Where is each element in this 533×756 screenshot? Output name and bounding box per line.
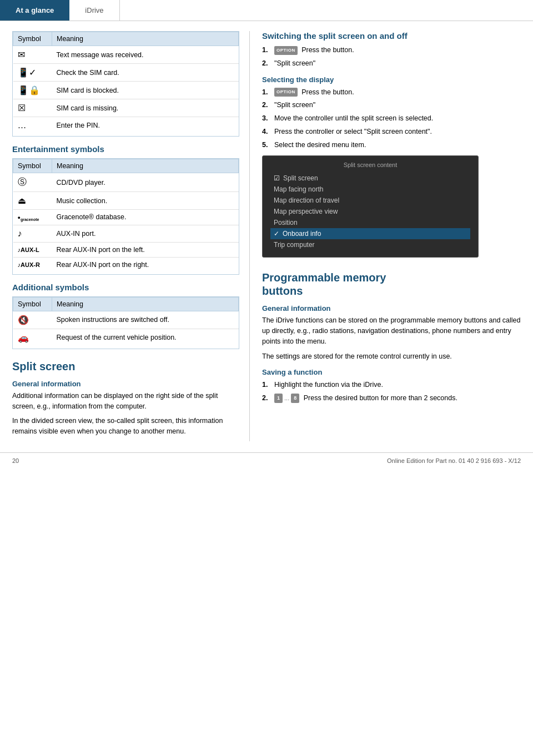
split-screen-menu-title: Split screen content <box>270 162 470 168</box>
tab-idrive[interactable]: iDrive <box>69 0 119 21</box>
switching-steps-list: 1. OPTION Press the button. 2. "Split sc… <box>262 45 521 69</box>
table-row: ●gracenote Gracenote® database. <box>13 210 239 225</box>
ent-col1-header: Symbol <box>13 159 52 173</box>
split-menu-map-north: Map facing north <box>270 184 470 195</box>
additional-table: Symbol Meaning 🔇 Spoken instructions are… <box>13 297 239 346</box>
table-row: … Enter the PIN. <box>13 117 239 134</box>
split-menu-onboard-info: ✓ Onboard info <box>270 228 470 239</box>
main-content: Symbol Meaning ✉ Text message was receiv… <box>0 21 533 441</box>
table-row: ♪AUX-L Rear AUX-IN port on the left. <box>13 242 239 257</box>
table-row: 📱✓ Check the SIM card. <box>13 64 239 82</box>
entertainment-table: Symbol Meaning Ⓢ CD/DVD player. ⏏ Music … <box>13 159 239 272</box>
split-screen-para2: In the divided screen view, the so-calle… <box>12 416 239 437</box>
entertainment-heading: Entertainment symbols <box>12 144 239 154</box>
table-row: ✉ Text message was received. <box>13 46 239 64</box>
memory-buttons-icon: 1 ... 8 <box>274 394 299 404</box>
split-menu-position: Position <box>270 217 470 228</box>
list-item: 1. OPTION Press the button. <box>262 87 521 98</box>
meaning-cell: Spoken instructions are switched off. <box>52 311 239 329</box>
switching-heading: Switching the split screen on and off <box>262 31 521 41</box>
list-item: 3. Move the controller until the split s… <box>262 113 521 124</box>
meaning-cell: Rear AUX-IN port on the left. <box>52 242 239 257</box>
option-button-icon: OPTION <box>274 88 298 97</box>
symbol-cell: ☒ <box>13 99 52 117</box>
ent-col2-header: Meaning <box>52 159 239 173</box>
list-item: 4. Press the controller or select "Split… <box>262 127 521 137</box>
meaning-cell: Music collection. <box>52 192 239 210</box>
table-row: 🔇 Spoken instructions are switched off. <box>13 311 239 329</box>
symbol-cell: ♪AUX-R <box>13 257 52 272</box>
page-footer: 20 Online Edition for Part no. 01 40 2 9… <box>0 452 533 468</box>
meaning-cell: AUX-IN port. <box>52 225 239 242</box>
meaning-cell: SIM card is blocked. <box>52 82 239 99</box>
table-row: ♪ AUX-IN port. <box>13 225 239 242</box>
split-screen-menu-image: Split screen content ☑ Split screen Map … <box>262 155 479 258</box>
saving-steps-list: 1. Highlight the function via the iDrive… <box>262 380 521 404</box>
selecting-display-heading: Selecting the display <box>262 75 521 84</box>
phone-symbols-table-wrapper: Symbol Meaning ✉ Text message was receiv… <box>12 31 239 137</box>
table-row: Ⓢ CD/DVD player. <box>13 173 239 192</box>
programmable-para2: The settings are stored for the remote c… <box>262 351 521 362</box>
tab-at-a-glance[interactable]: At a glance <box>0 0 69 21</box>
list-item: 5. Select the desired menu item. <box>262 140 521 150</box>
split-menu-map-perspective: Map perspective view <box>270 206 470 217</box>
split-menu-split-screen: ☑ Split screen <box>270 173 470 184</box>
left-column: Symbol Meaning ✉ Text message was receiv… <box>0 31 250 441</box>
symbol-cell: … <box>13 117 52 134</box>
entertainment-table-wrapper: Symbol Meaning Ⓢ CD/DVD player. ⏏ Music … <box>12 158 239 275</box>
phone-table-col2-header: Meaning <box>52 32 239 46</box>
table-row: ☒ SIM card is missing. <box>13 99 239 117</box>
symbol-cell: ●gracenote <box>13 210 52 225</box>
saving-function-heading: Saving a function <box>262 368 521 376</box>
programmable-general-info-heading: General information <box>262 304 521 313</box>
split-menu-trip-computer: Trip computer <box>270 239 470 250</box>
list-item: 1. OPTION Press the button. <box>262 45 521 56</box>
symbol-cell: 📱🔒 <box>13 82 52 99</box>
table-row: ⏏ Music collection. <box>13 192 239 210</box>
meaning-cell: Check the SIM card. <box>52 64 239 82</box>
table-row: ♪AUX-R Rear AUX-IN port on the right. <box>13 257 239 272</box>
programmable-memory-heading: Programmable memorybuttons <box>262 271 521 298</box>
meaning-cell: SIM card is missing. <box>52 99 239 117</box>
symbol-cell: ✉ <box>13 46 52 64</box>
split-menu-map-direction: Map direction of travel <box>270 195 470 206</box>
copyright-text: Online Edition for Part no. 01 40 2 916 … <box>387 457 521 464</box>
meaning-cell: Enter the PIN. <box>52 117 239 134</box>
symbol-cell: ⏏ <box>13 192 52 210</box>
meaning-cell: Request of the current vehicle position. <box>52 329 239 346</box>
page-number: 20 <box>12 457 19 464</box>
meaning-cell: CD/DVD player. <box>52 173 239 192</box>
split-screen-para1: Additional information can be displayed … <box>12 391 239 412</box>
list-item: 1. Highlight the function via the iDrive… <box>262 380 521 390</box>
add-col1-header: Symbol <box>13 297 52 311</box>
table-row: 🚗 Request of the current vehicle positio… <box>13 329 239 346</box>
meaning-cell: Gracenote® database. <box>52 210 239 225</box>
list-item: 2. "Split screen" <box>262 58 521 69</box>
symbol-cell: 🚗 <box>13 329 52 346</box>
list-item: 2. "Split screen" <box>262 100 521 110</box>
symbol-cell: 🔇 <box>13 311 52 329</box>
split-screen-heading: Split screen <box>12 360 239 373</box>
additional-symbols-heading: Additional symbols <box>12 283 239 292</box>
page-header: At a glance iDrive <box>0 0 533 21</box>
list-item: 2. 1 ... 8 Press the desired button for … <box>262 393 521 404</box>
split-screen-general-info-heading: General information <box>12 380 239 388</box>
symbol-cell: 📱✓ <box>13 64 52 82</box>
symbol-cell: ♪AUX-L <box>13 242 52 257</box>
selecting-steps-list: 1. OPTION Press the button. 2. "Split sc… <box>262 87 521 150</box>
phone-symbols-table: Symbol Meaning ✉ Text message was receiv… <box>13 32 239 134</box>
option-button-icon: OPTION <box>274 46 298 55</box>
additional-table-wrapper: Symbol Meaning 🔇 Spoken instructions are… <box>12 296 239 349</box>
programmable-para1: The iDrive functions can be stored on th… <box>262 315 521 346</box>
add-col2-header: Meaning <box>52 297 239 311</box>
meaning-cell: Text message was received. <box>52 46 239 64</box>
phone-table-col1-header: Symbol <box>13 32 52 46</box>
right-column: Switching the split screen on and off 1.… <box>250 31 533 441</box>
symbol-cell: Ⓢ <box>13 173 52 192</box>
meaning-cell: Rear AUX-IN port on the right. <box>52 257 239 272</box>
table-row: 📱🔒 SIM card is blocked. <box>13 82 239 99</box>
symbol-cell: ♪ <box>13 225 52 242</box>
